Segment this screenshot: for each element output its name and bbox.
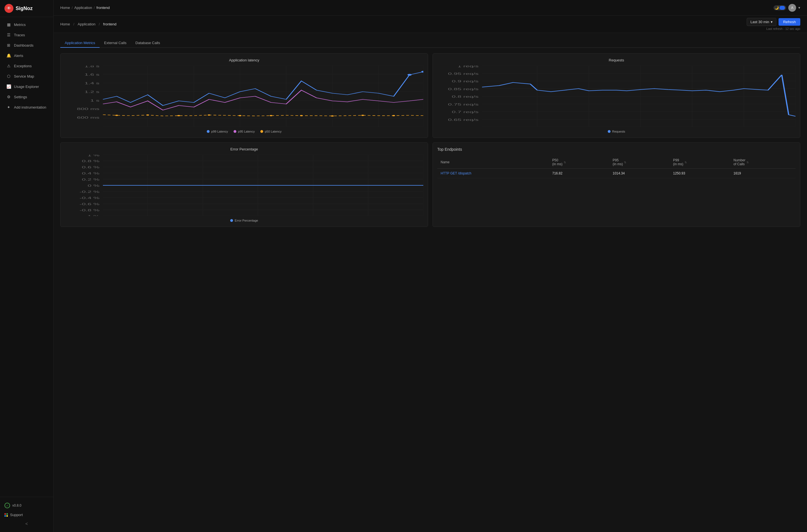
svg-text:0.8 req/s: 0.8 req/s: [452, 95, 479, 98]
svg-text:800 ms: 800 ms: [77, 108, 100, 111]
table-row: HTTP GET /dispatch 716.82 1014.34 1250.9…: [437, 169, 795, 178]
sidebar-collapse-button[interactable]: <: [0, 519, 53, 529]
tab-database-calls[interactable]: Database Calls: [131, 39, 165, 48]
page-body: Application Metrics External Calls Datab…: [54, 33, 807, 532]
error-chart-legend: Error Percentage: [65, 219, 423, 222]
svg-point-40: [392, 115, 395, 116]
alerts-icon: 🔔: [6, 53, 11, 58]
svg-text:1.6 s: 1.6 s: [84, 73, 100, 76]
sidebar-item-support[interactable]: Support: [0, 511, 53, 519]
legend-requests-label: Requests: [612, 130, 625, 133]
legend-p50: p50 Latency: [260, 130, 282, 133]
support-label: Support: [10, 513, 23, 517]
version-badge: ✓ v0.8.0: [0, 500, 53, 511]
breadcrumb-section[interactable]: Application: [74, 5, 92, 10]
sidebar-item-settings[interactable]: ⚙ Settings: [2, 92, 52, 102]
charts-row-2: Error Percentage: [60, 142, 800, 227]
requests-chart-legend: Requests: [437, 130, 795, 133]
sub-breadcrumb-section[interactable]: Application: [78, 22, 95, 26]
breadcrumb-current: frontend: [97, 5, 110, 10]
svg-point-33: [177, 115, 180, 116]
legend-p50-label: p50 Latency: [265, 130, 282, 133]
sidebar-item-usage-explorer[interactable]: 📈 Usage Explorer: [2, 81, 52, 92]
sidebar-label-traces: Traces: [14, 33, 25, 37]
sort-p50-icon: ⇅: [564, 161, 566, 164]
sidebar-item-exceptions[interactable]: ⚠ Exceptions: [2, 61, 52, 71]
svg-text:0.6 %: 0.6 %: [82, 166, 99, 169]
sort-p99-icon: ⇅: [685, 161, 687, 164]
svg-point-36: [270, 115, 272, 116]
app-name: SigNoz: [16, 5, 33, 12]
svg-point-35: [238, 115, 242, 116]
svg-text:1.4 s: 1.4 s: [84, 81, 100, 85]
legend-p95: p95 Latency: [234, 130, 255, 133]
legend-p99: p99 Latency: [207, 130, 228, 133]
legend-p95-label: p95 Latency: [238, 130, 255, 133]
col-header-p95[interactable]: P95(in ms) ⇅: [610, 156, 670, 169]
user-avatar[interactable]: A: [788, 4, 796, 12]
svg-text:0.9 req/s: 0.9 req/s: [452, 80, 479, 83]
sub-breadcrumb-home[interactable]: Home: [60, 22, 70, 26]
time-range-selector[interactable]: Last 30 min ▾: [747, 18, 776, 26]
svg-text:0.75 req/s: 0.75 req/s: [448, 103, 479, 106]
endpoint-p95-cell: 1014.34: [610, 169, 670, 178]
svg-text:0.8 %: 0.8 %: [82, 160, 99, 163]
sidebar: 👁 SigNoz ▦ Metrics ☰ Traces ⊞ Dashboards…: [0, 0, 54, 532]
sidebar-item-traces[interactable]: ☰ Traces: [2, 30, 52, 40]
col-header-calls[interactable]: Numberof Calls ⇅: [730, 156, 795, 169]
page-tabs: Application Metrics External Calls Datab…: [60, 39, 800, 48]
svg-point-37: [300, 115, 303, 116]
svg-text:-0.2 %: -0.2 %: [79, 190, 99, 194]
breadcrumb-home[interactable]: Home: [60, 5, 70, 10]
service-map-icon: ⬡: [6, 74, 11, 78]
svg-text:1 s: 1 s: [91, 99, 100, 102]
endpoint-name-cell: HTTP GET /dispatch: [437, 169, 549, 178]
sidebar-label-dashboards: Dashboards: [14, 43, 34, 48]
sort-p95-icon: ⇅: [624, 161, 626, 164]
sidebar-item-alerts[interactable]: 🔔 Alerts: [2, 51, 52, 61]
tab-external-calls[interactable]: External Calls: [100, 39, 131, 48]
endpoint-link[interactable]: HTTP GET /dispatch: [441, 171, 471, 175]
sidebar-label-usage-explorer: Usage Explorer: [14, 84, 39, 89]
refresh-button[interactable]: Refresh: [779, 18, 800, 26]
chevron-down-icon[interactable]: ▾: [798, 5, 800, 10]
legend-requests: Requests: [608, 130, 625, 133]
svg-text:-0.4 %: -0.4 %: [79, 196, 99, 200]
sidebar-label-add-instrumentation: Add instrumentation: [14, 105, 46, 109]
settings-icon: ⚙: [6, 95, 11, 99]
tab-application-metrics[interactable]: Application Metrics: [60, 39, 100, 48]
add-instrumentation-icon: ✦: [6, 105, 11, 109]
sidebar-logo: 👁 SigNoz: [0, 0, 53, 17]
svg-text:1 %: 1 %: [88, 155, 100, 157]
sidebar-item-metrics[interactable]: ▦ Metrics: [2, 20, 52, 30]
support-icon: [4, 513, 8, 517]
svg-point-34: [208, 114, 210, 116]
col-header-p99[interactable]: P99(in ms) ⇅: [670, 156, 730, 169]
sidebar-label-metrics: Metrics: [14, 23, 26, 27]
top-endpoints-card: Top Endpoints Name P50(in ms): [433, 142, 800, 227]
legend-p99-label: p99 Latency: [211, 130, 228, 133]
error-chart-title: Error Percentage: [65, 147, 423, 151]
sidebar-item-add-instrumentation[interactable]: ✦ Add instrumentation: [2, 102, 52, 112]
endpoint-p99-cell: 1250.93: [670, 169, 730, 178]
col-header-p50[interactable]: P50(in ms) ⇅: [549, 156, 610, 169]
svg-text:-0.6 %: -0.6 %: [79, 203, 99, 206]
sub-breadcrumb-page: frontend: [103, 22, 117, 26]
svg-text:0.4 %: 0.4 %: [82, 172, 99, 175]
requests-chart-title: Requests: [437, 58, 795, 62]
app-logo-icon: 👁: [4, 4, 13, 13]
sidebar-item-service-map[interactable]: ⬡ Service Map: [2, 71, 52, 81]
sidebar-label-exceptions: Exceptions: [14, 64, 32, 68]
breadcrumb-sep-1: /: [72, 5, 73, 10]
traces-icon: ☰: [6, 33, 11, 37]
legend-error-label: Error Percentage: [235, 219, 258, 222]
main-content: Home / Application / frontend 🌙 A ▾ Home…: [54, 0, 807, 532]
svg-text:0.85 req/s: 0.85 req/s: [448, 87, 479, 91]
theme-toggle[interactable]: 🌙: [773, 5, 786, 10]
sidebar-item-dashboards[interactable]: ⊞ Dashboards: [2, 40, 52, 50]
svg-text:600 ms: 600 ms: [77, 116, 100, 119]
svg-text:1.8 s: 1.8 s: [84, 65, 100, 68]
latency-chart-legend: p99 Latency p95 Latency p50 Latency: [65, 130, 423, 133]
last-refresh-text: Last refresh - 12 sec ago: [766, 27, 800, 31]
legend-p50-dot: [260, 130, 263, 133]
